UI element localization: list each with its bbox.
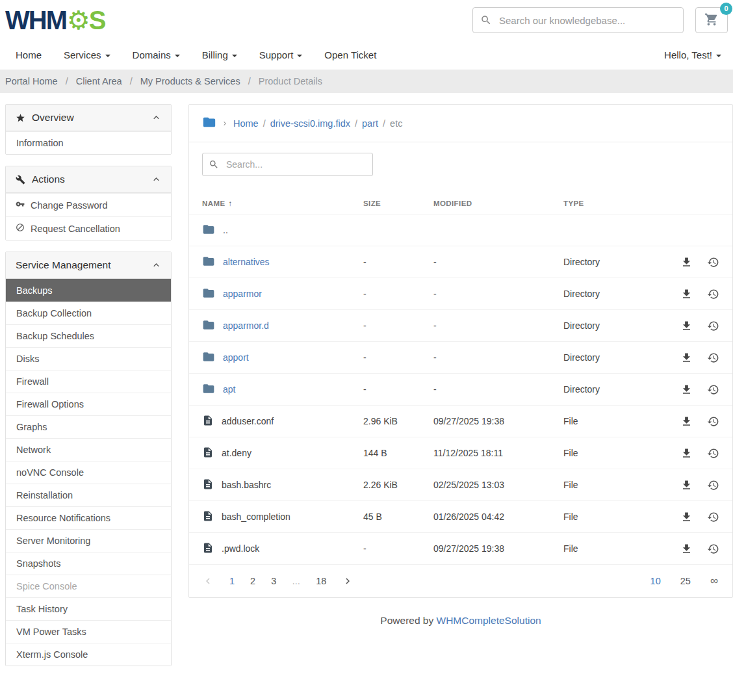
restore-icon[interactable] xyxy=(707,320,719,332)
file-name[interactable]: .pwd.lock xyxy=(222,543,259,554)
path-link-part[interactable]: part xyxy=(362,118,378,129)
download-icon[interactable] xyxy=(680,352,693,364)
restore-icon[interactable] xyxy=(707,256,719,268)
sidebar-item-task-history[interactable]: Task History xyxy=(6,597,171,620)
panel-title: Service Management xyxy=(16,259,110,271)
nav-services[interactable]: Services xyxy=(64,49,110,60)
nav-support[interactable]: Support xyxy=(259,49,303,60)
download-icon[interactable] xyxy=(680,479,693,491)
table-row: adduser.conf 2.96 KiB 09/27/2025 19:38 F… xyxy=(189,405,732,437)
table-row: bash.bashrc 2.26 KiB 02/25/2025 13:03 Fi… xyxy=(189,469,732,500)
sidebar-item-server-monitoring[interactable]: Server Monitoring xyxy=(6,529,171,552)
download-icon[interactable] xyxy=(680,288,693,300)
chevron-up-icon xyxy=(151,175,161,185)
breadcrumb-portal-home[interactable]: Portal Home xyxy=(5,76,58,86)
column-header-type[interactable]: Type xyxy=(563,200,670,207)
panel-actions-header[interactable]: Actions xyxy=(6,166,171,193)
page-number[interactable]: 18 xyxy=(316,576,326,586)
sidebar-item-disks[interactable]: Disks xyxy=(6,347,171,370)
panel-service-management-header[interactable]: Service Management xyxy=(6,252,171,279)
sidebar-item-information[interactable]: Information xyxy=(6,131,171,154)
sidebar-item-vm-power-tasks[interactable]: VM Power Tasks xyxy=(6,620,171,643)
file-name[interactable]: bash_completion xyxy=(222,512,290,522)
page-size-all[interactable]: ∞ xyxy=(710,575,718,588)
file-name[interactable]: bash.bashrc xyxy=(222,480,271,490)
sidebar-item-network[interactable]: Network xyxy=(6,438,171,461)
sidebar-item-change-password[interactable]: Change Password xyxy=(6,193,171,216)
directory-link[interactable]: apparmor.d xyxy=(223,320,269,331)
nav-home[interactable]: Home xyxy=(16,49,42,60)
column-header-size[interactable]: Size xyxy=(363,200,433,207)
path-link-home[interactable]: Home xyxy=(233,118,259,129)
restore-icon[interactable] xyxy=(707,543,719,555)
table-row: .pwd.lock - 09/27/2025 19:38 File xyxy=(189,532,732,564)
sidebar: Overview Information Actions xyxy=(5,104,172,677)
cart-button[interactable]: 0 xyxy=(695,7,728,33)
sidebar-item-novnc-console[interactable]: noVNC Console xyxy=(6,461,171,484)
sidebar-item-snapshots[interactable]: Snapshots xyxy=(6,552,171,575)
page-number[interactable]: 3 xyxy=(271,576,276,586)
download-icon[interactable] xyxy=(680,256,693,268)
download-icon[interactable] xyxy=(680,320,693,332)
next-page-icon[interactable] xyxy=(342,575,354,587)
page-number[interactable]: 2 xyxy=(250,576,255,586)
directory-link[interactable]: apt xyxy=(223,384,235,395)
search-icon xyxy=(480,14,492,29)
breadcrumb-products-services[interactable]: My Products & Services xyxy=(140,76,240,86)
file-name[interactable]: at.deny xyxy=(222,448,251,458)
sidebar-item-firewall-options[interactable]: Firewall Options xyxy=(6,393,171,415)
directory-link[interactable]: apport xyxy=(223,352,249,363)
folder-icon xyxy=(202,350,215,365)
column-header-name[interactable]: Name↑ xyxy=(202,200,363,207)
page-size-10[interactable]: 10 xyxy=(650,576,661,586)
file-browser-card: Home / drive-scsi0.img.fidx / part / etc xyxy=(188,104,733,598)
restore-icon[interactable] xyxy=(707,352,719,364)
file-search-input[interactable] xyxy=(202,153,373,176)
download-icon[interactable] xyxy=(680,543,693,555)
page-size-25[interactable]: 25 xyxy=(680,576,691,586)
restore-icon[interactable] xyxy=(707,415,719,428)
breadcrumb-client-area[interactable]: Client Area xyxy=(76,76,122,86)
whmcs-logo[interactable]: WHM ⚙ S xyxy=(5,6,106,35)
sidebar-item-backup-collection[interactable]: Backup Collection xyxy=(6,302,171,324)
sidebar-item-request-cancellation[interactable]: Request Cancellation xyxy=(6,216,171,240)
sidebar-item-reinstallation[interactable]: Reinstallation xyxy=(6,484,171,506)
restore-icon[interactable] xyxy=(707,383,719,396)
restore-icon[interactable] xyxy=(707,447,719,460)
table-row: at.deny 144 B 11/12/2025 18:11 File xyxy=(189,437,732,469)
sidebar-item-graphs[interactable]: Graphs xyxy=(6,415,171,438)
nav-billing[interactable]: Billing xyxy=(202,49,237,60)
search-icon xyxy=(209,159,219,172)
page-number[interactable]: 1 xyxy=(229,576,235,586)
whmcompletesolution-link[interactable]: WHMCompleteSolution xyxy=(437,615,541,626)
download-icon[interactable] xyxy=(680,511,693,523)
download-icon[interactable] xyxy=(680,447,693,460)
account-menu[interactable]: Hello, Test! xyxy=(664,49,721,60)
nav-open-ticket[interactable]: Open Ticket xyxy=(324,49,376,60)
previous-page-icon[interactable] xyxy=(202,575,214,587)
chevron-up-icon xyxy=(151,261,161,270)
download-icon[interactable] xyxy=(680,383,693,396)
nav-domains[interactable]: Domains xyxy=(133,49,180,60)
sidebar-item-backup-schedules[interactable]: Backup Schedules xyxy=(6,324,171,347)
sidebar-item-spice-console[interactable]: Spice Console xyxy=(6,575,171,597)
knowledgebase-search-input[interactable] xyxy=(472,7,684,33)
sidebar-item-backups[interactable]: Backups xyxy=(6,279,171,302)
download-icon[interactable] xyxy=(680,415,693,428)
column-header-modified[interactable]: Modified xyxy=(433,200,563,207)
directory-link[interactable]: alternatives xyxy=(223,257,270,267)
restore-icon[interactable] xyxy=(707,288,719,300)
sidebar-item-firewall[interactable]: Firewall xyxy=(6,370,171,393)
sidebar-item-xterm-js-console[interactable]: Xterm.js Console xyxy=(6,643,171,666)
directory-link[interactable]: apparmor xyxy=(223,289,262,299)
sidebar-item-resource-notifications[interactable]: Resource Notifications xyxy=(6,506,171,529)
restore-icon[interactable] xyxy=(707,479,719,491)
file-name[interactable]: adduser.conf xyxy=(222,416,274,426)
pagination: 1 2 3 … 18 10 25 ∞ xyxy=(189,564,732,597)
path-link-drive[interactable]: drive-scsi0.img.fidx xyxy=(270,118,350,129)
restore-icon[interactable] xyxy=(707,511,719,523)
main-nav: Home Services Domains Billing Support Op… xyxy=(0,40,733,70)
parent-directory-link[interactable]: .. xyxy=(223,225,228,235)
panel-overview-header[interactable]: Overview xyxy=(6,105,171,131)
wrench-icon xyxy=(16,175,25,185)
